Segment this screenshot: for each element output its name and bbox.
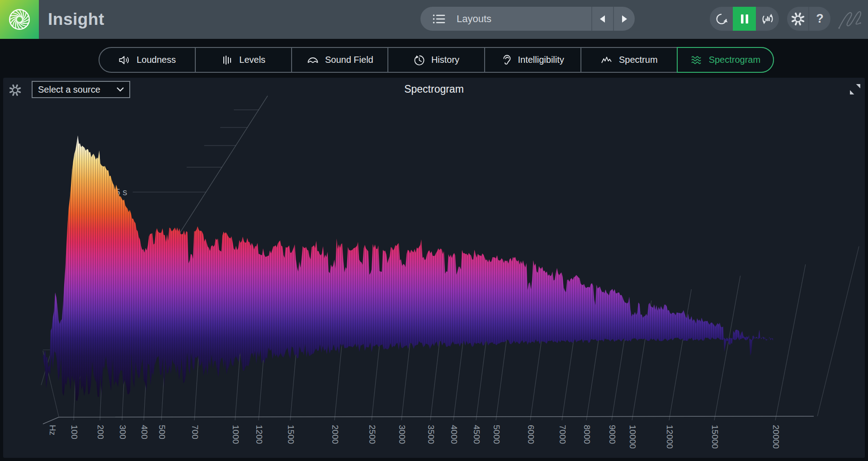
- app-header: Insight Layouts: [0, 0, 868, 39]
- freq-gridline: [586, 338, 599, 420]
- freq-tick-label: 5000: [492, 425, 501, 444]
- tab-label: Loudness: [137, 55, 176, 65]
- freq-tick-label: 12000: [665, 425, 675, 449]
- freq-tick-label: 400: [140, 425, 149, 439]
- freq-gridline: [476, 338, 486, 420]
- layout-next-button[interactable]: [613, 7, 635, 31]
- freq-tick-label: 8000: [582, 425, 592, 444]
- pause-button[interactable]: [733, 7, 756, 31]
- chevron-down-icon: [117, 87, 124, 92]
- frequency-axis-labels: Hz10020030040050070010001200150020002500…: [48, 425, 781, 449]
- freq-tick-label: 700: [190, 425, 200, 439]
- freq-tick-label: 4000: [449, 425, 459, 444]
- gear-icon: [9, 84, 21, 96]
- source-select-dropdown[interactable]: Select a source: [32, 81, 130, 98]
- izotope-signature-logo: [835, 7, 863, 33]
- freq-gridline: [775, 264, 806, 420]
- freq-gridline: [612, 338, 625, 420]
- tab-label: Spectrum: [619, 55, 658, 65]
- freq-tick-label: 1000: [231, 425, 241, 444]
- freq-tick-label: 20000: [771, 425, 781, 449]
- freq-gridline: [669, 289, 691, 420]
- expand-icon: [849, 83, 861, 95]
- freq-gridline: [453, 338, 463, 420]
- freq-tick-label: 200: [96, 425, 105, 439]
- tab-label: Intelligibility: [518, 55, 564, 65]
- freq-tick-label: 1200: [255, 425, 264, 444]
- freq-gridline: [496, 338, 507, 420]
- tab-loudness[interactable]: Loudness: [99, 48, 196, 72]
- freq-tick-label: 2500: [368, 425, 377, 444]
- settings-button[interactable]: [787, 7, 808, 31]
- layouts-menu-button[interactable]: Layouts: [420, 7, 591, 31]
- arrow-left-icon: [598, 14, 607, 24]
- freq-tick-label: Hz: [48, 425, 57, 435]
- freq-tick-label: 100: [70, 425, 79, 439]
- freq-tick-label: 6000: [526, 425, 536, 444]
- list-icon: [432, 13, 446, 25]
- question-mark-icon: ?: [816, 12, 824, 26]
- history-icon: [413, 54, 425, 66]
- freq-tick-label: 3500: [426, 425, 436, 444]
- layout-previous-button[interactable]: [591, 7, 613, 31]
- loop-icon: [715, 12, 728, 26]
- freq-gridline: [430, 338, 440, 420]
- spectrum-icon: [600, 54, 613, 66]
- freq-tick-label: 2000: [330, 425, 340, 444]
- floor-edge-line: [817, 246, 859, 416]
- tab-sound-field[interactable]: Sound Field: [292, 48, 388, 72]
- view-tab-bar: LoudnessLevelsSound FieldHistoryIntellig…: [99, 47, 774, 73]
- spectrogram-streak-texture: [42, 135, 773, 401]
- freq-tick-label: 500: [157, 425, 167, 439]
- speaker-icon: [118, 54, 131, 66]
- tab-levels[interactable]: Levels: [196, 48, 292, 72]
- freq-gridline: [714, 276, 741, 420]
- layouts-label: Layouts: [457, 13, 491, 25]
- pause-icon: [740, 14, 750, 24]
- transport-group: [710, 7, 779, 31]
- reset-meters-icon: [760, 12, 775, 26]
- freq-gridline: [401, 338, 410, 420]
- tab-spectrogram[interactable]: Spectrogram: [677, 47, 774, 73]
- izotope-logo: [0, 0, 39, 39]
- spectrogram-icon: [690, 54, 703, 66]
- help-button[interactable]: ?: [808, 7, 830, 31]
- ear-icon: [501, 54, 512, 66]
- spectrogram-surface: [42, 135, 773, 401]
- freq-tick-label: 9000: [608, 425, 617, 444]
- bars-icon: [222, 54, 233, 66]
- tab-spectrum[interactable]: Spectrum: [581, 48, 678, 72]
- reset-meters-button[interactable]: [756, 7, 779, 31]
- app-title: Insight: [48, 10, 104, 29]
- loop-playback-button[interactable]: [710, 7, 733, 31]
- swirl-logo-icon: [6, 6, 33, 33]
- tab-label: Sound Field: [325, 55, 373, 65]
- tab-history[interactable]: History: [388, 48, 485, 72]
- settings-help-group: ?: [787, 7, 830, 31]
- tab-intelligibility[interactable]: Intelligibility: [485, 48, 581, 72]
- freq-tick-label: 300: [118, 425, 127, 439]
- freq-gridline: [530, 338, 542, 420]
- freq-tick-label: 4500: [472, 425, 481, 444]
- panel-settings-button[interactable]: [9, 84, 21, 98]
- freq-tick-label: 7000: [558, 425, 567, 444]
- tab-label: History: [431, 55, 459, 65]
- freq-gridline: [562, 338, 574, 420]
- soundfield-icon: [307, 54, 319, 66]
- source-select-value: Select a source: [38, 85, 117, 95]
- freq-tick-label: 1500: [286, 425, 296, 444]
- freq-tick-label: 10000: [628, 425, 637, 449]
- tab-label: Levels: [239, 55, 265, 65]
- frequency-axis-baseline: [43, 416, 814, 424]
- gear-icon: [791, 12, 805, 26]
- arrow-right-icon: [620, 14, 629, 24]
- freq-tick-label: 3000: [397, 425, 407, 444]
- expand-view-button[interactable]: [849, 83, 861, 97]
- freq-gridline: [372, 338, 380, 420]
- layouts-control: Layouts: [420, 7, 635, 31]
- freq-tick-label: 15000: [710, 425, 720, 449]
- tab-label: Spectrogram: [709, 55, 761, 65]
